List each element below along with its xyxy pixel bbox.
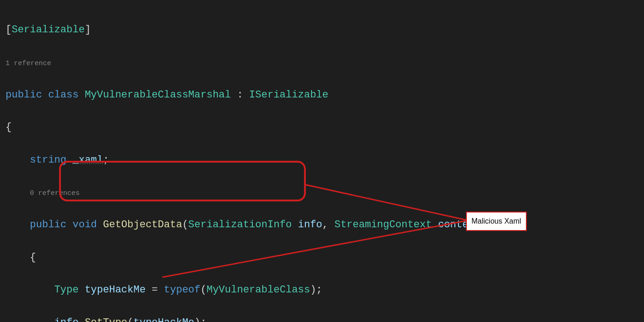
param-type: StreamingContext — [334, 219, 432, 231]
attribute-name: Serializable — [12, 24, 84, 36]
interface-name: ISerializable — [249, 89, 328, 101]
paren-open: ( — [182, 219, 188, 231]
codelens-line: 1 reference — [6, 55, 638, 71]
method-name: GetObjectData — [103, 219, 182, 231]
code-line: string _xaml; — [6, 152, 638, 168]
code-line: [Serializable] — [6, 22, 638, 38]
paren-close: ) — [310, 284, 316, 296]
local-var: typeHackMe — [133, 317, 194, 322]
indent-guide — [6, 282, 54, 298]
brace-open: { — [30, 252, 36, 263]
code-line: { — [6, 249, 638, 266]
code-line: info.SetType(typeHackMe); — [6, 315, 638, 322]
local-var: typeHackMe — [85, 284, 146, 296]
bracket-open: [ — [6, 24, 12, 36]
semicolon: ; — [103, 154, 109, 166]
code-line: public class MyVulnerableClassMarshal : … — [6, 87, 638, 103]
code-line: Type typeHackMe = typeof(MyVulnerableCla… — [6, 282, 638, 298]
code-line: { — [6, 119, 638, 135]
brace-open: { — [6, 122, 12, 133]
code-line: public void GetObjectData(SerializationI… — [6, 217, 638, 233]
eq: = — [146, 284, 164, 296]
code-editor: [Serializable] 1 reference public class … — [6, 6, 638, 322]
indent-guide — [6, 217, 30, 233]
reference-count[interactable]: 0 references — [30, 190, 80, 197]
keyword-void: void — [72, 219, 97, 231]
keyword-string: string — [30, 154, 66, 166]
type-name: MyVulnerableClass — [207, 284, 310, 296]
comma: , — [322, 219, 334, 231]
semicolon: ; — [201, 317, 207, 322]
param-type: SerializationInfo — [188, 219, 292, 231]
param-name: info — [298, 219, 322, 231]
method-name: SetType — [85, 317, 127, 322]
keyword-typeof: typeof — [164, 284, 200, 296]
semicolon: ; — [316, 284, 322, 296]
param-name: context — [438, 219, 480, 231]
keyword-class: class — [48, 89, 78, 101]
field-name: _xaml — [72, 154, 103, 166]
local-var: info — [54, 317, 79, 322]
indent-guide — [6, 315, 54, 322]
paren-close: ) — [194, 317, 200, 322]
indent-guide — [6, 184, 30, 200]
keyword-public: public — [6, 89, 42, 101]
paren-open: ( — [201, 284, 207, 296]
indent-guide — [6, 249, 30, 266]
class-name: MyVulnerableClassMarshal — [85, 89, 231, 101]
paren-close: ) — [481, 219, 487, 231]
paren-open: ( — [127, 317, 133, 322]
type-name: Type — [54, 284, 79, 296]
reference-count[interactable]: 1 reference — [6, 60, 51, 67]
keyword-public: public — [30, 219, 66, 231]
colon: : — [231, 89, 250, 101]
dot: . — [78, 317, 84, 322]
indent-guide — [6, 152, 30, 168]
bracket-close: ] — [85, 24, 91, 36]
codelens-line: 0 references — [6, 184, 638, 200]
